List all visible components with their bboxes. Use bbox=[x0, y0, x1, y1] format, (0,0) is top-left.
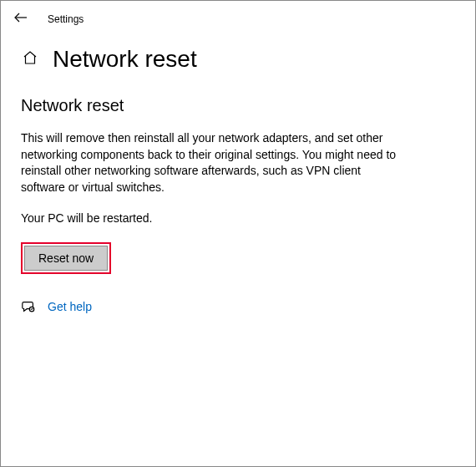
description-text: This will remove then reinstall all your… bbox=[21, 130, 398, 195]
reset-highlight: Reset now bbox=[21, 242, 111, 274]
app-title: Settings bbox=[48, 13, 84, 25]
reset-now-button[interactable]: Reset now bbox=[24, 246, 108, 271]
section-title: Network reset bbox=[21, 96, 398, 115]
restart-note: Your PC will be restarted. bbox=[21, 211, 398, 227]
page-title: Network reset bbox=[53, 46, 197, 73]
svg-line-3 bbox=[33, 308, 33, 309]
back-button[interactable] bbox=[9, 8, 33, 31]
get-help-link[interactable]: Get help bbox=[48, 300, 92, 313]
home-icon bbox=[22, 49, 38, 69]
content-area: Network reset This will remove then rein… bbox=[1, 81, 418, 329]
help-row: Get help bbox=[21, 299, 398, 314]
home-button[interactable] bbox=[21, 50, 39, 69]
titlebar: Settings bbox=[1, 1, 475, 34]
arrow-left-icon bbox=[14, 11, 28, 28]
help-chat-icon bbox=[21, 299, 36, 314]
page-header: Network reset bbox=[1, 34, 475, 81]
